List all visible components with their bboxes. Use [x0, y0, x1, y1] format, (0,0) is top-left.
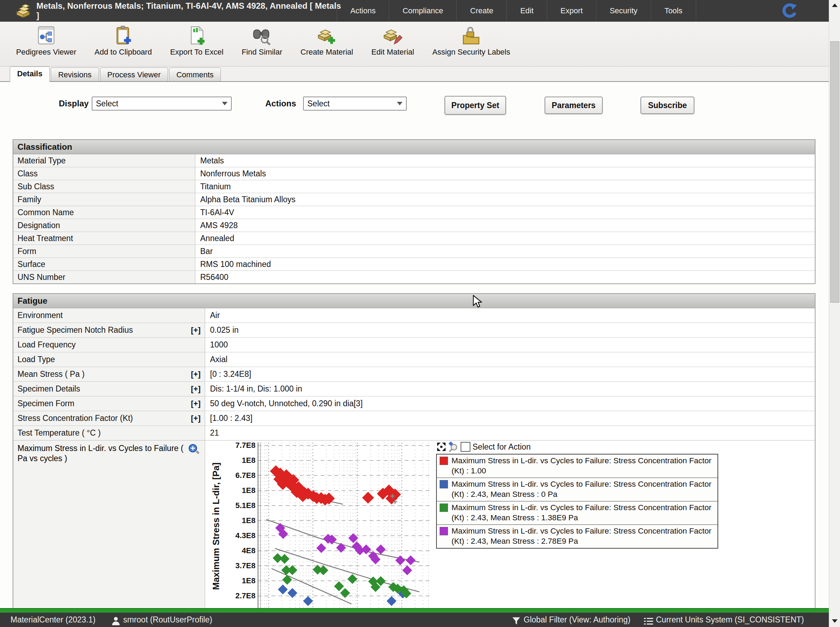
tab-process-viewer[interactable]: Process Viewer — [100, 68, 168, 82]
menu-item-create[interactable]: Create — [456, 0, 506, 22]
row-value: TI-6Al-4V — [195, 206, 815, 219]
legend-entry-4[interactable]: Maximum Stress in L-dir. vs Cycles to Fa… — [437, 525, 717, 548]
status-bar: MaterialCenter (2023.1) smroot (RoutUser… — [0, 613, 829, 627]
excel-export-icon — [186, 25, 207, 46]
data-point-kt-2-43-mean-stress-0-pa — [278, 584, 288, 594]
actions-label: Actions — [265, 99, 296, 109]
toolbar-create-material[interactable]: Create Material — [292, 22, 362, 57]
parameters-button[interactable]: Parameters — [545, 96, 603, 114]
collapse-arrows-icon[interactable] — [436, 441, 447, 452]
tab-comments[interactable]: Comments — [169, 68, 221, 82]
fatigue-row-load-frequency: Load Frequency 1000 — [13, 337, 815, 352]
refresh-icon[interactable] — [780, 2, 798, 20]
data-point-kt-2-43-mean-stress-2-78e9-pa — [376, 544, 386, 554]
select-for-action-label: Select for Action — [473, 442, 531, 452]
toolbar-export-to-excel[interactable]: Export To Excel — [161, 22, 232, 57]
expand-button[interactable]: [+] — [191, 323, 201, 337]
tab-revisions[interactable]: Revisions — [51, 68, 99, 82]
chart-row-label: Maximum Stress in L-dir. vs Cycles to Fa… — [13, 441, 205, 611]
expand-button[interactable]: [+] — [191, 396, 201, 411]
legend-entry-2[interactable]: Maximum Stress in L-dir. vs Cycles to Fa… — [437, 477, 717, 501]
vertical-scrollbar[interactable] — [829, 0, 840, 627]
row-value: Metals — [195, 154, 815, 167]
data-point-kt-2-43-mean-stress-2-78e9-pa — [336, 543, 346, 553]
global-filter-label[interactable]: Global Filter (View: Authoring) — [512, 613, 630, 627]
toolbar-label: Export To Excel — [170, 47, 223, 57]
row-label: Common Name — [17, 208, 74, 217]
data-point-kt-2-43-mean-stress-1-38e9-pa — [287, 565, 297, 575]
scroll-down-arrow[interactable] — [832, 619, 838, 623]
expand-button[interactable]: [+] — [191, 411, 201, 425]
units-system-label[interactable]: Current Units System (SI_CONSISTENT) — [644, 613, 804, 627]
clipboard-add-icon — [113, 25, 133, 46]
toolbar-pedigrees-viewer[interactable]: Pedigrees Viewer — [7, 22, 85, 57]
row-label: Specimen Form — [17, 399, 74, 408]
property-set-button[interactable]: Property Set — [444, 96, 506, 115]
toolbar-find-similar[interactable]: Find Similar — [232, 22, 291, 57]
units-list-icon — [644, 616, 653, 625]
y-tick: 1E8 — [223, 576, 255, 586]
legend-entry-text: Maximum Stress in L-dir. vs Cycles to Fa… — [451, 480, 712, 499]
menu-item-edit[interactable]: Edit — [506, 0, 547, 22]
row-label: Designation — [17, 221, 60, 230]
expand-button[interactable]: [+] — [191, 367, 201, 381]
row-value: Bar — [195, 245, 815, 257]
magnifier-select-icon[interactable] — [448, 441, 459, 452]
y-axis-title: Maximum Stress in L-dir, [Pa] — [211, 444, 222, 608]
mouse-cursor — [472, 295, 484, 308]
toolbar-add-to-clipboard[interactable]: Add to Clipboard — [85, 22, 161, 57]
data-point-kt-2-43-mean-stress-1-38e9-pa — [282, 575, 292, 584]
toolbar-assign-security-labels[interactable]: Assign Security Labels — [423, 22, 519, 57]
row-label: Mean Stress ( Pa ) — [17, 370, 85, 378]
fatigue-table: Fatigue Environment AirFatigue Specimen … — [13, 293, 815, 612]
data-point-kt-2-43-mean-stress-2-78e9-pa — [317, 543, 326, 553]
toolbar-edit-material[interactable]: Edit Material — [362, 22, 423, 57]
subscribe-button[interactable]: Subscribe — [640, 96, 694, 114]
expand-button[interactable]: [+] — [191, 382, 201, 396]
user-label[interactable]: smroot (RoutUserProfile) — [111, 613, 212, 627]
display-select-value: Select — [96, 99, 118, 109]
y-tick: 4.3E8 — [223, 531, 255, 540]
row-label: Environment — [17, 311, 63, 320]
display-select[interactable]: Select — [92, 96, 232, 110]
row-label: Material Type — [17, 156, 66, 165]
menu-item-tools[interactable]: Tools — [651, 0, 696, 22]
scroll-up-arrow[interactable] — [832, 3, 838, 7]
scatter-plot[interactable] — [258, 443, 432, 611]
toolbar: Pedigrees ViewerAdd to ClipboardExport T… — [0, 22, 829, 66]
row-value: Titanium — [195, 180, 815, 193]
row-value: 21 — [205, 426, 815, 440]
menu-item-compliance[interactable]: Compliance — [389, 0, 456, 22]
row-label: Load Frequency — [17, 340, 76, 349]
row-value: Air — [205, 308, 815, 323]
classification-row-material-type: Material Type Metals — [13, 154, 815, 167]
fatigue-row-load-type: Load Type Axial — [13, 352, 815, 367]
classification-row-surface: Surface RMS 100 machined — [13, 257, 815, 271]
tab-details[interactable]: Details — [10, 66, 50, 82]
row-value: Axial — [205, 352, 815, 367]
row-value: 50 deg V-notch, Unnotched, 0.290 in dia[… — [205, 396, 815, 411]
legend-entry-1[interactable]: Maximum Stress in L-dir. vs Cycles to Fa… — [437, 455, 717, 477]
row-value: Annealed — [195, 232, 815, 244]
chevron-down-icon — [222, 102, 227, 105]
row-label: Test Temperature ( °C ) — [17, 428, 101, 437]
legend-swatch — [440, 504, 448, 512]
menu-item-security[interactable]: Security — [596, 0, 651, 22]
y-tick: 4E8 — [223, 546, 255, 556]
toolbar-label: Pedigrees Viewer — [16, 47, 76, 57]
actions-select[interactable]: Select — [303, 96, 407, 110]
zoom-plus-icon[interactable] — [188, 443, 200, 456]
toolbar-label: Edit Material — [371, 47, 414, 57]
data-point-kt-2-43-mean-stress-0-pa — [387, 596, 397, 606]
scrollbar-thumb[interactable] — [830, 41, 839, 302]
fatigue-row-mean-stress-pa: Mean Stress ( Pa )[+] [0 : 3.24E8] — [13, 367, 815, 381]
data-point-kt-2-43-mean-stress-2-78e9-pa — [361, 544, 371, 554]
legend-swatch — [440, 480, 448, 488]
select-for-action-checkbox[interactable] — [460, 442, 470, 452]
page-title: Metals, Nonferrous Metals; Titanium, TI-… — [36, 1, 344, 20]
menu-item-actions[interactable]: Actions — [337, 0, 389, 22]
toolbar-label: Find Similar — [241, 47, 282, 57]
menu-item-export[interactable]: Export — [547, 0, 596, 22]
classification-header: Classification — [13, 140, 815, 154]
legend-entry-3[interactable]: Maximum Stress in L-dir. vs Cycles to Fa… — [437, 501, 717, 525]
